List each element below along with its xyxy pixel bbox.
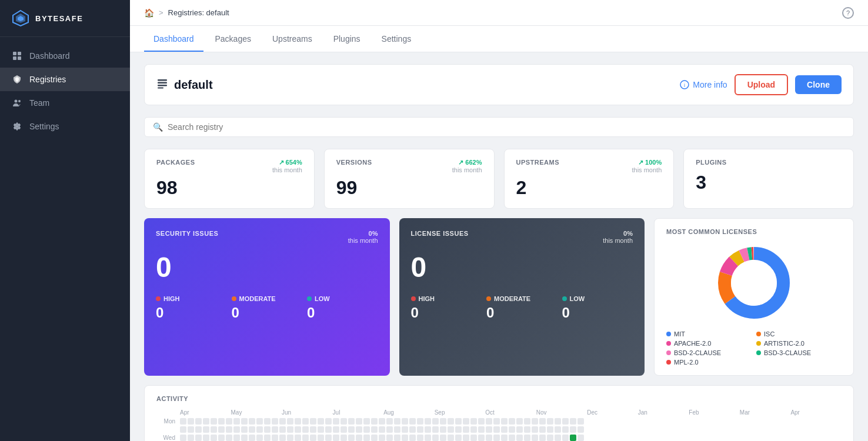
activity-cell (264, 426, 271, 433)
activity-cell (394, 418, 400, 425)
upload-button[interactable]: Upload (735, 74, 788, 95)
breadcrumb-current: Registries: default (168, 8, 229, 17)
security-trend: 0% this month (348, 230, 378, 244)
activity-cell (402, 418, 408, 425)
activity-cell (577, 426, 584, 433)
activity-cell (226, 426, 232, 433)
registry-title: default (174, 78, 213, 92)
svg-rect-11 (158, 82, 167, 84)
activity-cell (455, 426, 462, 433)
legend-apache: APACHE-2.0 (666, 340, 752, 347)
activity-cell (188, 435, 194, 441)
activity-cell (302, 435, 309, 441)
legend-mpl: MPL-2.0 (666, 359, 752, 366)
activity-rows: MonWedFri (156, 418, 842, 441)
home-icon[interactable]: 🏠 (144, 8, 154, 18)
tab-upstreams[interactable]: Upstreams (263, 26, 322, 52)
svg-text:i: i (684, 82, 685, 88)
activity-cell (486, 418, 492, 425)
activity-cell (562, 418, 569, 425)
activity-cell (325, 426, 332, 433)
activity-cell (318, 426, 324, 433)
tab-dashboard[interactable]: Dashboard (144, 26, 203, 52)
activity-cell (256, 435, 263, 441)
activity-cell (516, 418, 523, 425)
license-low-value: 0 (562, 305, 633, 321)
activity-cell (348, 426, 355, 433)
activity-cell (348, 435, 355, 441)
activity-title: ACTIVITY (156, 395, 842, 402)
activity-cell (547, 435, 553, 441)
activity-cell (195, 435, 202, 441)
activity-cell (409, 435, 416, 441)
activity-cell (325, 418, 332, 425)
activity-cell (211, 435, 217, 441)
svg-rect-10 (158, 79, 167, 81)
activity-cell (318, 418, 324, 425)
activity-cell (310, 435, 316, 441)
donut-chart (666, 245, 842, 321)
bytesafe-logo-icon (12, 9, 29, 27)
activity-cell (279, 418, 286, 425)
stats-grid: PACKAGES ↗ 654% this month 98 VERSIONS ↗… (144, 149, 854, 209)
activity-cell (302, 418, 309, 425)
search-input[interactable] (168, 122, 845, 132)
activity-row: Wed (156, 435, 842, 441)
tab-packages[interactable]: Packages (206, 26, 261, 52)
activity-cell (539, 426, 546, 433)
licenses-title: MOST COMMON LICENSES (666, 228, 842, 235)
activity-cell (493, 418, 500, 425)
activity-cell (501, 418, 508, 425)
activity-cell (425, 435, 431, 441)
activity-cell (233, 435, 240, 441)
activity-cell (188, 418, 194, 425)
activity-cell (264, 435, 271, 441)
sidebar-logo: BYTESAFE (0, 0, 130, 37)
activity-cell (486, 426, 492, 433)
activity-cell (340, 426, 347, 433)
activity-cell (356, 435, 362, 441)
activity-cell (226, 418, 232, 425)
tab-settings[interactable]: Settings (372, 26, 421, 52)
more-info-button[interactable]: i More info (680, 80, 727, 89)
activity-cell (226, 435, 232, 441)
activity-cell (287, 426, 293, 433)
activity-cell (478, 426, 485, 433)
sidebar-item-registries[interactable]: Registries (0, 68, 130, 91)
activity-cell (547, 426, 553, 433)
activity-cell (233, 418, 240, 425)
clone-button[interactable]: Clone (795, 75, 842, 94)
activity-cell (417, 426, 423, 433)
activity-cell (249, 426, 255, 433)
security-breakdown: HIGH 0 MODERATE 0 LOW 0 (156, 295, 378, 321)
activity-cell (379, 435, 385, 441)
help-icon[interactable]: ? (842, 7, 854, 19)
activity-cell (509, 435, 515, 441)
activity-cell (402, 426, 408, 433)
activity-cell (448, 435, 454, 441)
activity-cell (180, 418, 186, 425)
license-trend: 0% this month (603, 230, 633, 244)
stat-card-versions: VERSIONS ↗ 662% this month 99 (324, 149, 495, 209)
activity-cell (448, 418, 454, 425)
sidebar-item-settings[interactable]: Settings (0, 115, 130, 138)
activity-cell (425, 418, 431, 425)
sidebar-item-team[interactable]: Team (0, 91, 130, 115)
activity-cell (287, 418, 293, 425)
legend-isc: ISC (756, 330, 842, 338)
activity-cell (555, 426, 561, 433)
license-trend-period: this month (603, 237, 633, 244)
activity-cell (241, 418, 248, 425)
legend-mit: MIT (666, 330, 752, 338)
activity-cell (279, 426, 286, 433)
team-icon (12, 98, 22, 108)
sidebar-item-dashboard[interactable]: Dashboard (0, 44, 130, 68)
activity-cell (577, 435, 584, 441)
security-low-value: 0 (307, 305, 378, 321)
sidebar: BYTESAFE Dashboard Registries Team Setti… (0, 0, 130, 441)
tab-plugins[interactable]: Plugins (324, 26, 370, 52)
trend-pct: ↗ 662% (458, 159, 482, 166)
activity-cell (570, 426, 576, 433)
security-issues-card: SECURITY ISSUES 0% this month 0 HIGH 0 M… (144, 218, 390, 376)
activity-cell (241, 435, 248, 441)
